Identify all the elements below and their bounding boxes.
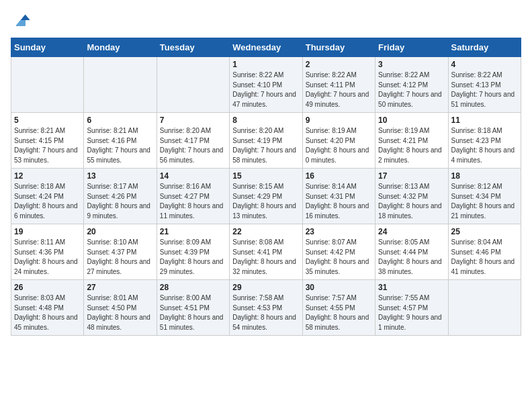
page-header	[11, 11, 521, 32]
calendar-cell: 12Sunrise: 8:18 AM Sunset: 4:24 PM Dayli…	[11, 169, 84, 224]
calendar-cell: 26Sunrise: 8:03 AM Sunset: 4:48 PM Dayli…	[11, 280, 84, 336]
day-info: Sunrise: 7:55 AM Sunset: 4:57 PM Dayligh…	[378, 293, 445, 332]
day-info: Sunrise: 8:19 AM Sunset: 4:20 PM Dayligh…	[306, 126, 372, 165]
day-info: Sunrise: 8:20 AM Sunset: 4:17 PM Dayligh…	[160, 126, 226, 165]
day-number: 9	[306, 116, 372, 125]
day-number: 14	[160, 171, 226, 181]
day-number: 7	[160, 116, 226, 125]
day-number: 3	[378, 60, 445, 69]
calendar-cell: 16Sunrise: 8:14 AM Sunset: 4:31 PM Dayli…	[302, 169, 375, 224]
day-number: 20	[87, 227, 153, 236]
day-header-friday: Friday	[375, 38, 448, 57]
calendar-cell: 13Sunrise: 8:17 AM Sunset: 4:26 PM Dayli…	[84, 169, 157, 224]
day-info: Sunrise: 8:03 AM Sunset: 4:48 PM Dayligh…	[14, 293, 81, 332]
day-header-wednesday: Wednesday	[230, 38, 302, 57]
day-info: Sunrise: 8:15 AM Sunset: 4:29 PM Dayligh…	[232, 182, 299, 221]
calendar-cell: 6Sunrise: 8:21 AM Sunset: 4:16 PM Daylig…	[84, 113, 157, 169]
day-number: 11	[451, 116, 518, 125]
calendar-cell: 10Sunrise: 8:19 AM Sunset: 4:21 PM Dayli…	[375, 113, 448, 169]
calendar-week-row: 19Sunrise: 8:11 AM Sunset: 4:36 PM Dayli…	[11, 224, 521, 280]
calendar-cell: 23Sunrise: 8:07 AM Sunset: 4:42 PM Dayli…	[302, 224, 375, 280]
day-info: Sunrise: 8:19 AM Sunset: 4:21 PM Dayligh…	[378, 126, 445, 165]
day-header-monday: Monday	[84, 38, 157, 57]
calendar-cell	[448, 280, 521, 336]
day-number: 6	[87, 116, 153, 125]
day-number: 15	[232, 171, 299, 181]
day-info: Sunrise: 8:01 AM Sunset: 4:50 PM Dayligh…	[87, 293, 153, 332]
calendar-cell: 19Sunrise: 8:11 AM Sunset: 4:36 PM Dayli…	[11, 224, 84, 280]
day-info: Sunrise: 8:21 AM Sunset: 4:15 PM Dayligh…	[14, 126, 81, 165]
day-header-tuesday: Tuesday	[157, 38, 229, 57]
day-info: Sunrise: 8:12 AM Sunset: 4:34 PM Dayligh…	[451, 182, 518, 221]
calendar-week-row: 1Sunrise: 8:22 AM Sunset: 4:10 PM Daylig…	[11, 57, 521, 113]
day-number: 30	[306, 283, 372, 292]
day-info: Sunrise: 8:09 AM Sunset: 4:39 PM Dayligh…	[160, 238, 226, 277]
day-info: Sunrise: 8:18 AM Sunset: 4:23 PM Dayligh…	[451, 126, 518, 165]
logo	[11, 11, 31, 32]
calendar-cell: 29Sunrise: 7:58 AM Sunset: 4:53 PM Dayli…	[230, 280, 302, 336]
day-number: 23	[306, 227, 372, 236]
calendar-cell: 7Sunrise: 8:20 AM Sunset: 4:17 PM Daylig…	[157, 113, 229, 169]
calendar-cell: 24Sunrise: 8:05 AM Sunset: 4:44 PM Dayli…	[375, 224, 448, 280]
day-info: Sunrise: 7:57 AM Sunset: 4:55 PM Dayligh…	[306, 293, 372, 332]
calendar-cell: 28Sunrise: 8:00 AM Sunset: 4:51 PM Dayli…	[157, 280, 229, 336]
day-info: Sunrise: 8:22 AM Sunset: 4:11 PM Dayligh…	[306, 71, 372, 109]
day-number: 21	[160, 227, 226, 236]
day-number: 2	[306, 60, 372, 69]
day-header-sunday: Sunday	[11, 38, 84, 57]
calendar-week-row: 26Sunrise: 8:03 AM Sunset: 4:48 PM Dayli…	[11, 280, 521, 336]
calendar-cell: 27Sunrise: 8:01 AM Sunset: 4:50 PM Dayli…	[84, 280, 157, 336]
day-info: Sunrise: 8:10 AM Sunset: 4:37 PM Dayligh…	[87, 238, 153, 277]
day-info: Sunrise: 8:11 AM Sunset: 4:36 PM Dayligh…	[14, 238, 81, 277]
calendar-cell: 3Sunrise: 8:22 AM Sunset: 4:12 PM Daylig…	[375, 57, 448, 113]
calendar-cell	[11, 57, 84, 113]
day-number: 18	[451, 171, 518, 181]
day-info: Sunrise: 8:08 AM Sunset: 4:41 PM Dayligh…	[232, 238, 299, 277]
calendar-cell	[84, 57, 157, 113]
day-info: Sunrise: 8:22 AM Sunset: 4:13 PM Dayligh…	[451, 71, 518, 109]
calendar-cell: 2Sunrise: 8:22 AM Sunset: 4:11 PM Daylig…	[302, 57, 375, 113]
calendar-cell: 8Sunrise: 8:20 AM Sunset: 4:19 PM Daylig…	[230, 113, 302, 169]
day-info: Sunrise: 8:21 AM Sunset: 4:16 PM Dayligh…	[87, 126, 153, 165]
calendar-cell: 9Sunrise: 8:19 AM Sunset: 4:20 PM Daylig…	[302, 113, 375, 169]
calendar-week-row: 12Sunrise: 8:18 AM Sunset: 4:24 PM Dayli…	[11, 169, 521, 224]
calendar-cell	[157, 57, 229, 113]
day-info: Sunrise: 8:22 AM Sunset: 4:12 PM Dayligh…	[378, 71, 445, 109]
day-number: 28	[160, 283, 226, 292]
calendar-table: SundayMondayTuesdayWednesdayThursdayFrid…	[11, 38, 521, 336]
logo-icon	[12, 11, 31, 30]
day-info: Sunrise: 8:14 AM Sunset: 4:31 PM Dayligh…	[306, 182, 372, 221]
day-number: 25	[451, 227, 518, 236]
calendar-cell: 30Sunrise: 7:57 AM Sunset: 4:55 PM Dayli…	[302, 280, 375, 336]
day-header-thursday: Thursday	[302, 38, 375, 57]
day-info: Sunrise: 8:22 AM Sunset: 4:10 PM Dayligh…	[232, 71, 299, 109]
calendar-cell: 14Sunrise: 8:16 AM Sunset: 4:27 PM Dayli…	[157, 169, 229, 224]
day-info: Sunrise: 8:18 AM Sunset: 4:24 PM Dayligh…	[14, 182, 81, 221]
calendar-cell: 21Sunrise: 8:09 AM Sunset: 4:39 PM Dayli…	[157, 224, 229, 280]
day-number: 22	[232, 227, 299, 236]
svg-marker-1	[16, 20, 26, 26]
day-info: Sunrise: 8:13 AM Sunset: 4:32 PM Dayligh…	[378, 182, 445, 221]
calendar-cell: 5Sunrise: 8:21 AM Sunset: 4:15 PM Daylig…	[11, 113, 84, 169]
day-number: 24	[378, 227, 445, 236]
day-number: 26	[14, 283, 81, 292]
calendar-cell: 1Sunrise: 8:22 AM Sunset: 4:10 PM Daylig…	[230, 57, 302, 113]
calendar-cell: 4Sunrise: 8:22 AM Sunset: 4:13 PM Daylig…	[448, 57, 521, 113]
day-number: 19	[14, 227, 81, 236]
day-number: 1	[232, 60, 299, 69]
calendar-cell: 25Sunrise: 8:04 AM Sunset: 4:46 PM Dayli…	[448, 224, 521, 280]
day-number: 8	[232, 116, 299, 125]
calendar-cell: 17Sunrise: 8:13 AM Sunset: 4:32 PM Dayli…	[375, 169, 448, 224]
calendar-body: 1Sunrise: 8:22 AM Sunset: 4:10 PM Daylig…	[11, 57, 521, 336]
day-header-saturday: Saturday	[448, 38, 521, 57]
day-number: 17	[378, 171, 445, 181]
calendar-header-row: SundayMondayTuesdayWednesdayThursdayFrid…	[11, 38, 521, 57]
day-number: 16	[306, 171, 372, 181]
day-number: 29	[232, 283, 299, 292]
calendar-cell: 15Sunrise: 8:15 AM Sunset: 4:29 PM Dayli…	[230, 169, 302, 224]
day-info: Sunrise: 8:04 AM Sunset: 4:46 PM Dayligh…	[451, 238, 518, 277]
calendar-cell: 11Sunrise: 8:18 AM Sunset: 4:23 PM Dayli…	[448, 113, 521, 169]
calendar-cell: 20Sunrise: 8:10 AM Sunset: 4:37 PM Dayli…	[84, 224, 157, 280]
calendar-week-row: 5Sunrise: 8:21 AM Sunset: 4:15 PM Daylig…	[11, 113, 521, 169]
day-number: 27	[87, 283, 153, 292]
